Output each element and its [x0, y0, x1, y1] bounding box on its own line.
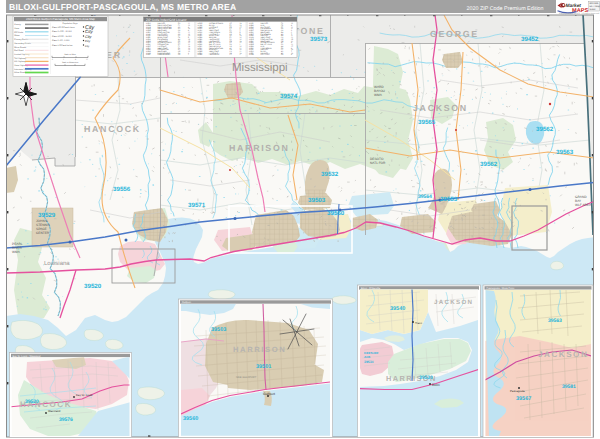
svg-text:39503: 39503 — [308, 197, 326, 204]
svg-text:39566: 39566 — [198, 53, 203, 56]
svg-text:Scale in Kilometers: Scale in Kilometers — [62, 61, 78, 64]
svg-text:39567: 39567 — [516, 396, 531, 402]
svg-text:LAKESHORE: LAKESHORE — [209, 53, 220, 56]
svg-text:39530: 39530 — [419, 375, 433, 381]
svg-text:39452: 39452 — [521, 36, 539, 43]
svg-text:39503: 39503 — [211, 327, 226, 333]
svg-text:Class 1,000 and Below: Class 1,000 and Below — [52, 44, 73, 47]
svg-text:4: 4 — [63, 58, 64, 61]
svg-text:C7: C7 — [230, 53, 232, 56]
svg-text:JACKSON: JACKSON — [538, 350, 588, 359]
svg-text:39563: 39563 — [556, 149, 574, 156]
svg-text:39560: 39560 — [327, 210, 345, 217]
svg-text:Waveland: Waveland — [48, 409, 61, 413]
svg-text:39501: 39501 — [256, 364, 271, 370]
svg-text:BILOXI-GULFPORT-PASCAGOULA, MS: BILOXI-GULFPORT-PASCAGOULA, MS METRO ARE… — [9, 2, 236, 12]
svg-text:City: City — [85, 29, 93, 34]
svg-text:Class 10,000 - 24,999: Class 10,000 - 24,999 — [52, 35, 72, 38]
svg-text:Louisiana: Louisiana — [44, 260, 70, 267]
svg-text:39581: 39581 — [562, 384, 576, 390]
svg-text:Water: Water — [14, 34, 20, 37]
svg-text:Mississippi: Mississippi — [232, 62, 288, 74]
svg-text:ZIP Code Index/Grid Locator: ZIP Code Index/Grid Locator — [146, 18, 187, 22]
svg-text:ZIP Code: ZIP Code — [14, 31, 24, 34]
svg-text:39571: 39571 — [188, 202, 206, 209]
svg-text:39466: 39466 — [249, 53, 254, 56]
svg-text:E5: E5 — [281, 53, 283, 56]
svg-text:0: 0 — [52, 58, 53, 61]
svg-text:Gulfport: Gulfport — [263, 392, 275, 396]
svg-text:39532: 39532 — [146, 53, 151, 56]
svg-text:39576: 39576 — [59, 417, 73, 423]
svg-text:City: City — [85, 39, 91, 43]
svg-text:39553: 39553 — [440, 196, 458, 203]
svg-text:GEORGE: GEORGE — [430, 29, 479, 39]
svg-text:6277 Map: 6277 Map — [590, 5, 600, 8]
svg-text:Class 100,000 and Above: Class 100,000 and Above — [52, 26, 76, 29]
svg-text:Other Roads: Other Roads — [14, 71, 26, 74]
svg-text:JACKSON: JACKSON — [413, 103, 468, 113]
svg-text:AFB: AFB — [364, 355, 371, 359]
svg-text:Biloxi - D'Iberville: Biloxi - D'Iberville — [361, 287, 381, 290]
svg-text:WMA: WMA — [374, 93, 383, 97]
svg-text:Scale in Miles: Scale in Miles — [64, 53, 76, 56]
svg-text:Gulfport: Gulfport — [182, 301, 191, 304]
svg-text:39563: 39563 — [548, 318, 562, 324]
svg-text:CENTER: CENTER — [36, 231, 50, 235]
svg-text:39529: 39529 — [38, 212, 56, 219]
svg-text:39562: 39562 — [536, 126, 554, 133]
svg-text:1: 1 — [188, 53, 189, 56]
svg-text:39556: 39556 — [113, 186, 131, 193]
svg-text:Class 2,500 - 9,999: Class 2,500 - 9,999 — [52, 39, 70, 42]
svg-text:Sales: Sales — [590, 8, 597, 11]
svg-text:2020 Biloxi-Gulfport-Pascagoul: 2020 Biloxi-Gulfport-Pascagoula, MS Metr… — [26, 17, 95, 21]
svg-text:39534: 39534 — [364, 360, 374, 364]
svg-text:Bay St. Louis: Bay St. Louis — [76, 393, 93, 397]
svg-text:800-929-: 800-929- — [590, 2, 599, 5]
svg-text:Pascagoula: Pascagoula — [510, 389, 525, 393]
svg-text:State: State — [14, 27, 20, 30]
svg-text:39574: 39574 — [280, 93, 298, 100]
svg-text:Population Keys: Population Keys — [62, 22, 77, 25]
svg-text:Pascagoula - Moss Point: Pascagoula - Moss Point — [487, 287, 515, 290]
svg-text:County: County — [14, 23, 22, 26]
svg-text:JACKSON: JACKSON — [434, 299, 473, 306]
svg-text:39565: 39565 — [418, 119, 436, 126]
svg-text:8: 8 — [291, 53, 292, 56]
svg-text:Rail Road: Rail Road — [14, 49, 24, 52]
svg-text:HANCOCK: HANCOCK — [84, 124, 141, 134]
svg-text:HARRISON: HARRISON — [229, 143, 290, 153]
svg-text:39532: 39532 — [321, 171, 339, 178]
svg-text:Copyright MarketMAPS - All Rig: Copyright MarketMAPS - All Rights Reserv… — [559, 12, 599, 15]
svg-text:NDE GULFPORT: NDE GULFPORT — [236, 376, 257, 379]
svg-text:12: 12 — [86, 58, 88, 61]
svg-text:Class 25,000 - 99,999: Class 25,000 - 99,999 — [52, 30, 72, 33]
svg-text:D3: D3 — [178, 53, 180, 56]
svg-text:DIAMONDHEAD: DIAMONDHEAD — [158, 53, 171, 56]
svg-text:4: 4 — [240, 53, 241, 56]
svg-text:Minor Roads: Minor Roads — [14, 46, 26, 49]
svg-text:39573: 39573 — [310, 36, 328, 43]
svg-text:HARRISON: HARRISON — [233, 345, 286, 354]
svg-text:GULFPORT: GULFPORT — [261, 53, 270, 56]
svg-text:39560: 39560 — [183, 416, 198, 422]
svg-text:39520: 39520 — [84, 283, 102, 290]
svg-text:WMA: WMA — [12, 250, 21, 254]
svg-text:39540: 39540 — [390, 306, 405, 312]
svg-text:WLF AREA: WLF AREA — [575, 203, 592, 207]
svg-text:39520: 39520 — [25, 399, 39, 405]
svg-text:US Highway: US Highway — [14, 60, 26, 63]
svg-text:39564: 39564 — [418, 194, 432, 200]
svg-text:Biloxi: Biloxi — [432, 383, 440, 387]
svg-text:Trace: Trace — [415, 321, 422, 325]
svg-text:39562: 39562 — [480, 161, 498, 168]
svg-text:NATL FOR: NATL FOR — [370, 161, 386, 165]
svg-text:2020 ZIP Code Premium Edition: 2020 ZIP Code Premium Edition — [466, 6, 543, 12]
svg-text:8: 8 — [75, 58, 76, 61]
